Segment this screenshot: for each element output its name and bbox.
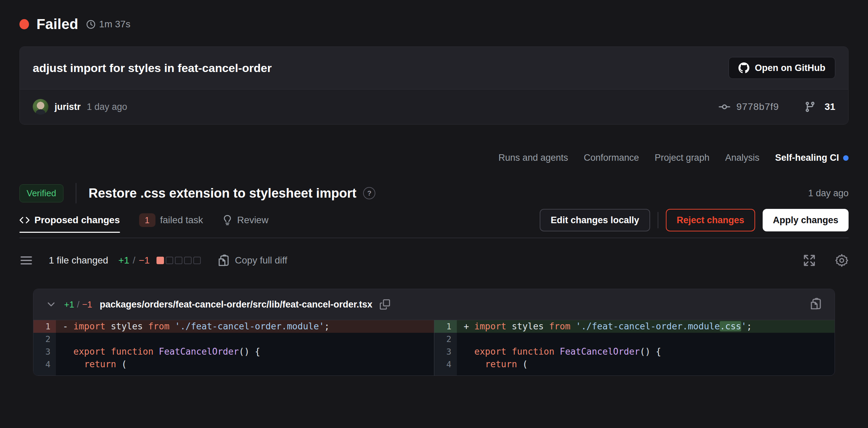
open-on-github-button[interactable]: Open on GitHub	[729, 57, 835, 79]
line-number: 2	[33, 333, 56, 345]
code-content	[56, 333, 434, 345]
settings-button[interactable]	[835, 254, 849, 267]
file-header: +1 / −1 packages/orders/feat-cancel-orde…	[33, 289, 835, 320]
line-number: 1	[434, 320, 457, 333]
diff-line: 4 return (	[33, 358, 434, 371]
code-icon	[19, 215, 30, 225]
help-icon[interactable]: ?	[363, 187, 375, 199]
line-number: 1	[33, 320, 56, 333]
diff-filler	[434, 371, 835, 375]
branch-icon	[804, 101, 816, 113]
nav-links: Runs and agentsConformanceProject graphA…	[19, 153, 849, 163]
file-deletions: −1	[82, 299, 92, 310]
tab-label: failed task	[160, 215, 203, 226]
diff-line: 2	[434, 333, 835, 345]
nav-item-runs-and-agents[interactable]: Runs and agents	[498, 153, 568, 163]
line-number: 3	[434, 345, 457, 358]
clipboard-icon	[217, 254, 230, 267]
commit-card-footer: juristr 1 day ago 9778b7f9 31	[20, 89, 848, 124]
active-feature-dot	[843, 155, 849, 161]
code-content: return (	[457, 358, 835, 371]
diff-filler	[33, 371, 434, 375]
file-path: packages/orders/feat-cancel-order/src/li…	[100, 299, 373, 310]
failed-status-dot	[19, 19, 29, 29]
lightbulb-icon	[222, 215, 233, 225]
diff-stat-square	[193, 257, 201, 264]
line-number: 2	[434, 333, 457, 345]
branch-count: 31	[825, 101, 835, 112]
avatar	[33, 99, 48, 115]
duration: 1m 37s	[86, 19, 131, 30]
expand-button[interactable]	[802, 253, 817, 268]
duration-text: 1m 37s	[99, 19, 131, 30]
diff-stats: +1 / −1	[118, 255, 150, 266]
copy-icon	[380, 299, 390, 310]
diff-pane-left: 1- import styles from './feat-cancel-ord…	[33, 320, 434, 375]
pipeline-status: Failed 1m 37s	[19, 16, 849, 33]
author-name: juristr	[55, 102, 81, 112]
edit-changes-locally-button[interactable]: Edit changes locally	[540, 209, 650, 231]
diff-line: 3 export function FeatCancelOrder() {	[33, 345, 434, 358]
code-content	[457, 333, 835, 345]
tab-label: Review	[237, 215, 269, 226]
github-icon	[738, 62, 749, 73]
diff-stat-square	[184, 257, 192, 264]
reject-changes-button[interactable]: Reject changes	[666, 209, 755, 231]
tab-failed-task[interactable]: 1 failed task	[139, 213, 203, 227]
diff-line: 4 return (	[434, 358, 835, 371]
file-diff-stats: +1 / −1	[64, 299, 92, 310]
copy-file-diff-button[interactable]	[809, 297, 822, 310]
nav-item-conformance[interactable]: Conformance	[584, 153, 639, 163]
diff-line: 1+ import styles from './feat-cancel-ord…	[434, 320, 835, 333]
chevron-down-icon[interactable]	[46, 299, 57, 310]
file-tree-menu-button[interactable]	[19, 254, 33, 267]
slash: /	[77, 299, 79, 310]
copy-full-diff-button[interactable]: Copy full diff	[215, 254, 289, 267]
additions-count: +1	[118, 255, 129, 266]
commit-icon	[719, 101, 730, 113]
code-content: return (	[56, 358, 434, 371]
page: Failed 1m 37s adjust import for styles i…	[0, 0, 868, 428]
github-button-label: Open on GitHub	[755, 63, 825, 73]
clock-icon	[86, 19, 96, 29]
commit-card: adjust import for styles in feat-cancel-…	[19, 46, 849, 125]
file-additions: +1	[64, 299, 74, 310]
nav-item-self-healing-ci[interactable]: Self-healing CI	[775, 153, 849, 163]
action-buttons: Edit changes locally Reject changes Appl…	[540, 209, 849, 231]
expand-icon	[802, 253, 817, 268]
status-label: Failed	[36, 16, 78, 32]
commit-meta: 9778b7f9 31	[719, 101, 835, 113]
copy-full-diff-label: Copy full diff	[235, 255, 287, 266]
copy-path-button[interactable]	[380, 299, 390, 310]
diff-line: 1- import styles from './feat-cancel-ord…	[33, 320, 434, 333]
code-content: export function FeatCancelOrder() {	[457, 345, 835, 358]
diff-line: 3 export function FeatCancelOrder() {	[434, 345, 835, 358]
fix-header: Verified Restore .css extension to style…	[19, 183, 849, 203]
fix-title: Restore .css extension to stylesheet imp…	[89, 186, 357, 201]
commit-time-ago: 1 day ago	[87, 102, 128, 112]
gear-icon	[835, 254, 849, 267]
nav-item-project-graph[interactable]: Project graph	[655, 153, 709, 163]
nav-item-analysis[interactable]: Analysis	[725, 153, 760, 163]
slash: /	[133, 255, 135, 266]
code-content: - import styles from './feat-cancel-orde…	[56, 320, 434, 333]
failed-count-badge: 1	[139, 213, 155, 227]
diff-split-view: 1- import styles from './feat-cancel-ord…	[33, 320, 835, 375]
tabs-row: Proposed changes 1 failed task Review Ed…	[19, 209, 849, 238]
diff-card: +1 / −1 packages/orders/feat-cancel-orde…	[33, 289, 835, 376]
line-number: 4	[33, 358, 56, 371]
tab-review[interactable]: Review	[222, 215, 269, 226]
line-number: 3	[33, 345, 56, 358]
code-content: export function FeatCancelOrder() {	[56, 345, 434, 358]
diff-line: 2	[33, 333, 434, 345]
clipboard-icon	[809, 297, 822, 310]
files-changed-label: 1 file changed	[49, 255, 108, 266]
deletions-count: −1	[139, 255, 150, 266]
apply-changes-button[interactable]: Apply changes	[763, 209, 849, 231]
diff-stat-square	[175, 257, 182, 264]
line-number: 4	[434, 358, 457, 371]
diff-stat-square	[156, 257, 164, 264]
divider	[76, 183, 76, 203]
tab-proposed-changes[interactable]: Proposed changes	[19, 215, 120, 226]
fix-time-ago: 1 day ago	[808, 188, 849, 199]
